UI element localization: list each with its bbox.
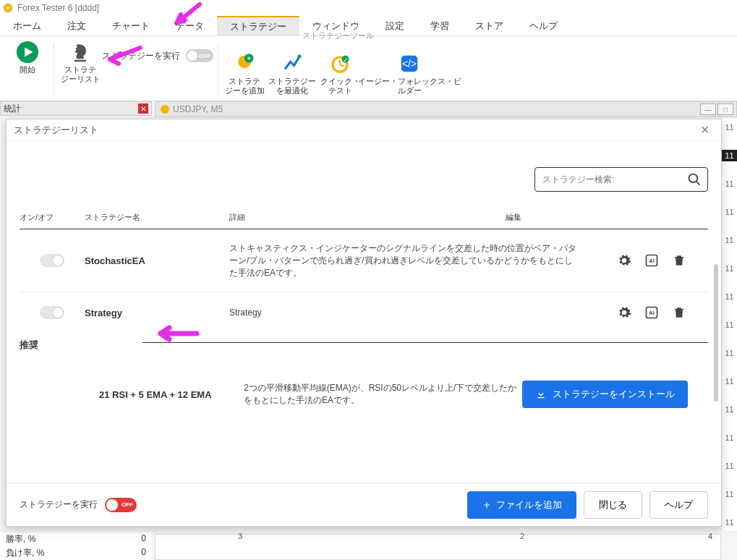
col-detail: 詳細 [229, 212, 506, 223]
stats-close-button[interactable]: ✕ [138, 103, 148, 114]
svg-text:AI: AI [649, 310, 655, 317]
menu-chart[interactable]: チャート [99, 16, 163, 35]
menu-data[interactable]: データ [163, 16, 217, 35]
optimize-strategy-button[interactable]: ストラテジー を最適化 [270, 51, 314, 96]
gear-icon[interactable] [617, 305, 631, 320]
dialog-body: オン/オフ ストラテジー名 詳細 編集 StochasticEA ストキャスティ… [7, 141, 721, 483]
scrollbar[interactable] [714, 264, 718, 402]
add-strategy-button[interactable]: + ストラテ ジーを追加 [223, 51, 266, 96]
ai-icon[interactable]: AI [644, 305, 659, 320]
menu-help[interactable]: ヘルプ [516, 16, 571, 35]
svg-text:✓: ✓ [343, 56, 349, 64]
price-tick: 11 [722, 517, 737, 528]
col-onoff: オン/オフ [20, 212, 85, 223]
dialog-close-button[interactable]: ✕ [696, 122, 714, 138]
strategy-list-dialog: ストラテジーリスト ✕ オン/オフ ストラテジー名 詳細 編集 Stochast… [6, 119, 722, 527]
install-button[interactable]: ストラテジーをインストール [522, 381, 688, 408]
price-tick: 11 [722, 291, 737, 302]
price-tick: 11 [722, 122, 737, 133]
price-tick: 11 [722, 206, 737, 218]
search-input[interactable] [541, 174, 687, 185]
workspace: 統計 ✕ USDJPY, M5 — □ 11111111111111111111… [0, 101, 737, 560]
start-button[interactable]: 開始 [6, 39, 49, 76]
dialog-header: ストラテジーリスト ✕ [7, 119, 721, 141]
chart-header: USDJPY, M5 — □ [155, 101, 737, 117]
price-tick: 11 [722, 404, 737, 415]
chart-minimize-button[interactable]: — [700, 103, 716, 115]
quick-test-button[interactable]: ✓ クイック・ テスト [318, 51, 362, 96]
ribbon: 開始 ストラテ ジーリスト ストラテジーを実行 OFF ストラテジーツール + … [0, 36, 737, 101]
menu-home[interactable]: ホーム [0, 16, 54, 35]
svg-point-11 [161, 105, 169, 114]
row-name: Strategy [85, 307, 229, 318]
menu-order[interactable]: 注文 [54, 16, 99, 35]
footer-exec-toggle[interactable]: OFF [105, 498, 137, 512]
price-scale: 111111111111111111111111111111 [721, 119, 737, 531]
gear-icon[interactable] [617, 253, 631, 268]
builder-button[interactable]: </> イージー・フォレックス・ビ ルダー [366, 51, 453, 96]
bottom-stats: 勝率, %0 負け率, %0 [0, 533, 152, 560]
play-icon [16, 41, 39, 64]
recommended-row: 21 RSI + 5 EMA + 12 EMA 2つの平滑移動平均線(EMA)が… [20, 352, 708, 408]
price-tick: 11 [722, 263, 737, 274]
table-header: オン/オフ ストラテジー名 詳細 編集 [20, 206, 708, 229]
app-title: Forex Tester 6 [dddd] [17, 3, 99, 13]
plus-icon [482, 500, 492, 510]
col-edit: 編集 [506, 212, 708, 223]
svg-point-12 [689, 174, 698, 183]
price-tick: 11 [722, 234, 737, 246]
download-icon [535, 389, 547, 400]
price-tick: 11 [722, 376, 737, 387]
exec-label: ストラテジーを実行 [102, 50, 180, 62]
svg-text:</>: </> [402, 59, 417, 69]
clock-icon: ✓ [328, 52, 352, 75]
app-icon [3, 3, 13, 13]
row-toggle[interactable] [40, 306, 64, 319]
stats-header: 統計 ✕ [0, 101, 152, 116]
table-row: Strategy Strategy AI [20, 292, 708, 333]
close-button[interactable]: 閉じる [584, 491, 642, 519]
menu-store[interactable]: ストア [462, 16, 516, 35]
search-box[interactable] [534, 167, 708, 192]
svg-text:+: + [247, 54, 251, 62]
add-icon: + [233, 52, 256, 75]
stat-row: 勝率, %0 [0, 533, 152, 546]
stat-row: 負け率, %0 [0, 546, 152, 560]
code-icon: </> [398, 52, 421, 75]
optimize-icon [281, 52, 304, 75]
dialog-footer: ストラテジーを実行 OFF ファイルを追加 閉じる ヘルプ [7, 483, 721, 526]
price-tick: 11 [722, 150, 737, 161]
recommended-label: 推奨 [20, 339, 142, 352]
chart-maximize-button[interactable]: □ [717, 103, 733, 115]
tools-section-label: ストラテジーツール [223, 30, 453, 41]
price-tick: 11 [722, 178, 737, 190]
exec-toggle[interactable]: OFF [186, 49, 213, 62]
reco-detail: 2つの平滑移動平均線(EMA)が、RSIの50レベルより上/下で交差したかをもと… [244, 382, 522, 407]
add-file-button[interactable]: ファイルを追加 [467, 491, 576, 519]
svg-text:AI: AI [649, 258, 655, 265]
sun-icon [160, 104, 170, 114]
reco-name: 21 RSI + 5 EMA + 12 EMA [99, 389, 244, 400]
row-toggle[interactable] [40, 254, 64, 267]
strategy-list-button[interactable]: ストラテ ジーリスト [59, 39, 102, 85]
stats-panel: 統計 ✕ [0, 101, 152, 116]
dialog-title: ストラテジーリスト [14, 124, 98, 137]
title-bar: Forex Tester 6 [dddd] [0, 0, 737, 16]
row-detail: Strategy [229, 307, 607, 319]
price-tick: 11 [722, 319, 737, 331]
price-tick: 11 [722, 460, 737, 472]
search-icon [687, 172, 702, 187]
trash-icon[interactable] [672, 253, 686, 268]
knight-icon [69, 41, 92, 64]
row-name: StochasticEA [85, 255, 229, 266]
price-tick: 11 [722, 432, 737, 444]
stats-title: 統計 [4, 103, 21, 115]
ai-icon[interactable]: AI [644, 253, 659, 268]
help-button[interactable]: ヘルプ [649, 491, 708, 519]
trash-icon[interactable] [672, 305, 686, 320]
price-tick: 11 [722, 347, 737, 359]
row-detail: ストキャスティクス・インジケーターのシグナルラインを交差した時の位置がベア・パタ… [229, 242, 607, 279]
col-name: ストラテジー名 [85, 212, 229, 223]
news-flag-strip: 3245 [155, 534, 721, 560]
svg-point-5 [298, 55, 302, 59]
